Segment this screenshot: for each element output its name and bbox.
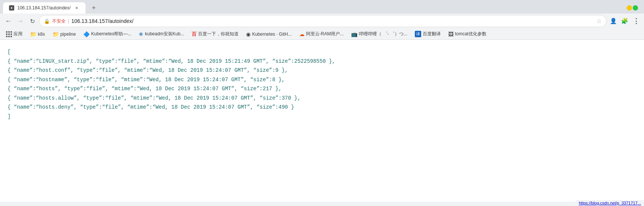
maximize-button[interactable]: [633, 5, 638, 11]
new-tab-button[interactable]: +: [89, 3, 99, 13]
tab-bar: ● 106.13.184.157/autoindex/ ✕ +: [0, 0, 644, 14]
bookmark-tomcat-icon: 🖼: [448, 31, 453, 37]
bookmark-fanyi[interactable]: 译 百度翻译: [412, 30, 444, 38]
bookmark-github[interactable]: ◉ Kubernetes · GitH...: [243, 30, 294, 38]
bookmark-star-icon[interactable]: ☆: [596, 18, 602, 25]
bookmark-k8s-label: k8s: [38, 32, 45, 37]
bookmark-github-label: Kubernetes · GitH...: [252, 32, 291, 37]
reload-button[interactable]: ↻: [27, 16, 38, 26]
bookmark-aliyun-icon: ☁: [299, 31, 305, 37]
bookmark-apps[interactable]: 应用: [3, 30, 26, 38]
bookmark-fanyi-label: 百度翻译: [423, 31, 441, 37]
bookmark-k8s-icon: 📁: [30, 31, 36, 37]
account-button[interactable]: 👤: [608, 16, 618, 26]
active-tab[interactable]: ● 106.13.184.157/autoindex/ ✕: [3, 2, 86, 14]
tab-close-button[interactable]: ✕: [74, 5, 80, 11]
bookmark-pipeline[interactable]: 📁 pipeline: [50, 30, 79, 38]
json-line-2: { “name”:“host.conf”, “type”:“file”, “mt…: [8, 66, 636, 75]
bookmark-bilibili-icon: 📺: [351, 31, 357, 37]
bookmarks-bar: 应用 📁 k8s 📁 pipeline 🔷 Kubernetes帮助—... ❄…: [0, 29, 644, 40]
bookmark-k8s[interactable]: 📁 k8s: [27, 30, 48, 38]
menu-button[interactable]: ⋮: [630, 16, 641, 26]
bookmark-aliyun-label: 阿里云-RAM用户...: [306, 31, 344, 37]
address-bar[interactable]: 🔒 不安全 | 106.13.184.157/autoindex/ ☆: [39, 15, 606, 27]
bookmark-baidu-label: 百度一下，你就知道: [198, 31, 239, 37]
security-icon: 🔒: [44, 18, 50, 24]
json-display: [{ “name”:“LINUX_start.zip”, “type”:“fil…: [8, 47, 636, 121]
separator: |: [68, 18, 69, 24]
json-line-0: [: [8, 47, 636, 57]
bookmark-github-icon: ◉: [246, 31, 251, 37]
page-content: [{ “name”:“LINUX_start.zip”, “type”:“fil…: [0, 40, 644, 201]
bookmark-bilibili-label: 哔哩哔哩（ ゜- ゜）つ...: [359, 31, 407, 37]
bookmark-kubeadm-icon: ❄: [139, 31, 143, 37]
back-button[interactable]: ←: [3, 16, 14, 26]
insecure-label: 不安全: [52, 18, 66, 24]
bookmark-kubeadm-label: kubeadm安装Kub...: [145, 31, 184, 37]
bookmark-aliyun[interactable]: ☁ 阿里云-RAM用户...: [296, 30, 347, 38]
bookmark-kubernetes-help-label: Kubernetes帮助—...: [91, 31, 131, 37]
forward-button[interactable]: →: [15, 16, 26, 26]
extensions-button[interactable]: 🧩: [619, 16, 630, 26]
bookmark-fanyi-icon: 译: [415, 31, 421, 37]
json-line-4: { “name”:“hosts”, “type”:“file”, “mtime”…: [8, 84, 636, 94]
window-controls: [627, 5, 641, 11]
json-line-1: { “name”:“LINUX_start.zip”, “type”:“file…: [8, 57, 636, 66]
bookmark-apps-label: 应用: [14, 31, 23, 37]
url-text: 106.13.184.157/autoindex/: [71, 18, 594, 24]
nav-right-controls: 👤 🧩 ⋮: [608, 16, 641, 26]
minimize-button[interactable]: [627, 5, 632, 11]
bookmark-kubernetes-help[interactable]: 🔷 Kubernetes帮助—...: [80, 30, 134, 38]
json-line-3: { “name”:“hostname”, “type”:“file”, “mti…: [8, 75, 636, 85]
tab-label: 106.13.184.157/autoindex/: [17, 5, 71, 11]
json-line-7: ]: [8, 112, 636, 121]
nav-bar: ← → ↻ 🔒 不安全 | 106.13.184.157/autoindex/ …: [0, 14, 644, 29]
bookmark-kubeadm[interactable]: ❄ kubeadm安装Kub...: [136, 30, 187, 38]
bookmark-k8s-help-icon: 🔷: [83, 31, 90, 37]
json-line-6: { “name”:“hosts.deny”, “type”:“file”, “m…: [8, 103, 636, 112]
bookmark-pipeline-icon: 📁: [53, 31, 59, 37]
apps-grid-icon: [6, 31, 12, 37]
bookmark-bilibili[interactable]: 📺 哔哩哔哩（ ゜- ゜）つ...: [348, 30, 410, 38]
status-bar: https://blog.csdn.net/p_3371717...: [576, 200, 644, 206]
status-url: https://blog.csdn.net/p_3371717...: [579, 201, 641, 205]
bookmark-tomcat[interactable]: 🖼 tomcat优化参数: [445, 30, 489, 38]
json-line-5: { “name”:“hosts.allow”, “type”:“file”, “…: [8, 94, 636, 103]
tab-favicon: ●: [9, 5, 14, 11]
bookmark-pipeline-label: pipeline: [60, 32, 76, 37]
bookmark-baidu[interactable]: 百 百度一下，你就知道: [189, 30, 242, 38]
browser-chrome: ● 106.13.184.157/autoindex/ ✕ + ← → ↻ 🔒 …: [0, 0, 644, 40]
bookmark-baidu-icon: 百: [192, 31, 197, 38]
bookmark-tomcat-label: tomcat优化参数: [455, 31, 486, 37]
